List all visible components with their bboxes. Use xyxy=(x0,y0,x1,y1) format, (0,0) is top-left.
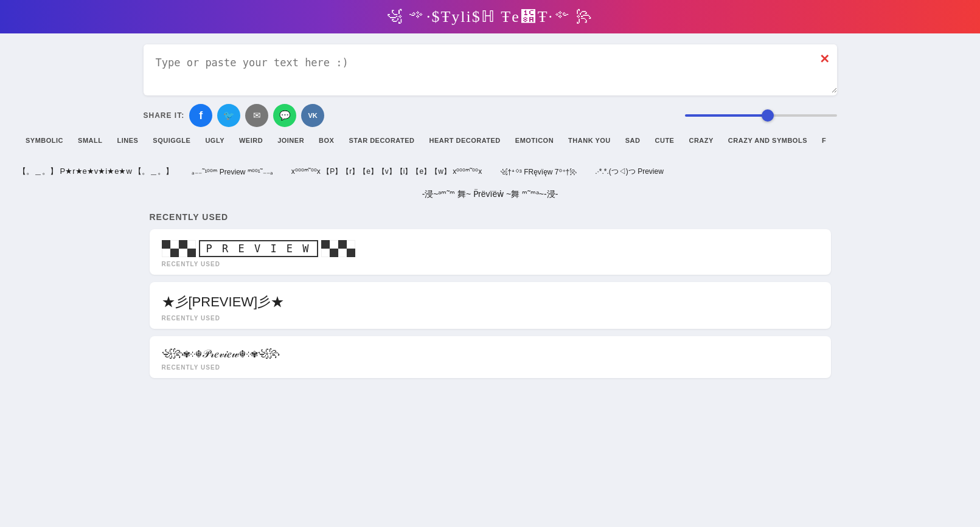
preview-item-4[interactable]: ꧁†⁺⁰³ FRęvïęw 7⁰⁺†꧂ xyxy=(500,167,577,176)
email-icon: ✉ xyxy=(253,110,261,121)
category-crazy-and-symbols[interactable]: CRAZY AND SYMBOLS xyxy=(721,133,815,148)
recently-used-card-1[interactable]: P R E V I E W RECENTLY USED xyxy=(150,229,831,275)
previews-row2: -浸~ᵃᵐ˜ᵐ 舞~ P̈rëvïëẇ ~舞 ᵐ˜ᵐᵃ~-浸- xyxy=(12,189,968,212)
share-label: SHARE IT: xyxy=(144,111,185,120)
share-section: SHARE IT: f 🐦 ✉ 💬 VK xyxy=(144,104,325,127)
facebook-icon: f xyxy=(199,109,203,122)
main-content: ✕ SHARE IT: f 🐦 ✉ 💬 VK SYMBOLIC xyxy=(0,33,980,398)
category-symbolic[interactable]: SYMBOLIC xyxy=(18,133,71,148)
category-small[interactable]: SMALL xyxy=(71,133,109,148)
clear-button[interactable]: ✕ xyxy=(819,52,830,66)
category-sad[interactable]: SAD xyxy=(618,133,648,148)
category-thank-you[interactable]: THANK YOU xyxy=(561,133,618,148)
preview-item-1[interactable]: 【。＿。】 P★r★e★v★i★e★w 【。＿。】 xyxy=(18,166,173,177)
category-star-decorated[interactable]: STAR DECORATED xyxy=(341,133,422,148)
card1-preview: P R E V I E W xyxy=(162,240,819,257)
category-more[interactable]: F xyxy=(815,133,833,148)
email-share-button[interactable]: ✉ xyxy=(245,104,268,127)
category-cute[interactable]: CUTE xyxy=(648,133,682,148)
category-heart-decorated[interactable]: HEART DECORATED xyxy=(422,133,508,148)
twitter-share-button[interactable]: 🐦 xyxy=(217,104,240,127)
checker-left xyxy=(162,240,196,257)
input-container: ✕ xyxy=(144,44,837,95)
recently-used-card-3[interactable]: ꧁꧂✾⊹☬𝒫𝓇𝑒𝓋𝒾𝑒𝓌☬⊹✾꧁꧂ RECENTLY USED xyxy=(150,336,831,378)
facebook-share-button[interactable]: f xyxy=(189,104,212,127)
preview-item-2[interactable]: ₐ₋₋˜¹⁰⁰ᵐ Preview ᵐ⁰⁰¹˜₋₋ₐ xyxy=(192,167,273,176)
slider-section xyxy=(685,114,837,117)
recently-used-section: RECENTLY USED P R E V I E W xyxy=(144,212,837,378)
category-crazy[interactable]: CRAZY xyxy=(681,133,720,148)
category-lines[interactable]: LINES xyxy=(109,133,145,148)
vk-share-button[interactable]: VK xyxy=(301,104,324,127)
card3-preview: ꧁꧂✾⊹☬𝒫𝓇𝑒𝓋𝒾𝑒𝓌☬⊹✾꧁꧂ xyxy=(162,347,819,360)
card3-label: RECENTLY USED xyxy=(162,364,819,371)
preview-item-3[interactable]: x⁰⁰⁰ᵐ˜⁰⁰x 【P】【r】【e】【v】【i】【e】【w】 x⁰⁰⁰ᵐ˜⁰⁰… xyxy=(291,167,482,177)
header: ꧁ ༺·$Ŧyli$ℍ ŦeᲊŦ·༻ ꧂ xyxy=(0,0,980,33)
twitter-icon: 🐦 xyxy=(223,110,235,121)
card1-word: P R E V I E W xyxy=(199,240,318,257)
checker-right xyxy=(321,240,355,257)
recently-used-title: RECENTLY USED xyxy=(150,212,831,222)
category-ugly[interactable]: UGLY xyxy=(198,133,232,148)
vk-icon: VK xyxy=(308,112,318,119)
category-weird[interactable]: WEIRD xyxy=(232,133,270,148)
font-size-slider[interactable] xyxy=(685,114,837,117)
category-nav: SYMBOLIC SMALL LINES SQUIGGLE UGLY WEIRD… xyxy=(12,133,968,148)
whatsapp-icon: 💬 xyxy=(279,110,291,121)
previews-row: 【。＿。】 P★r★e★v★i★e★w 【。＿。】 ₐ₋₋˜¹⁰⁰ᵐ Previ… xyxy=(12,160,968,189)
card1-label: RECENTLY USED xyxy=(162,261,819,267)
controls-row: SHARE IT: f 🐦 ✉ 💬 VK xyxy=(144,104,837,127)
preview-item-5[interactable]: .·*.*.(つ◁)つ Preview xyxy=(595,167,664,177)
site-title: ꧁ ༺·$Ŧyli$ℍ ŦeᲊŦ·༻ ꧂ xyxy=(387,7,593,26)
category-squiggle[interactable]: SQUIGGLE xyxy=(145,133,198,148)
preview-item-6[interactable]: -浸~ᵃᵐ˜ᵐ 舞~ P̈rëvïëẇ ~舞 ᵐ˜ᵐᵃ~-浸- xyxy=(422,189,558,200)
text-input[interactable] xyxy=(144,44,837,93)
category-box[interactable]: BOX xyxy=(311,133,341,148)
card2-label: RECENTLY USED xyxy=(162,315,819,322)
category-emoticon[interactable]: EMOTICON xyxy=(508,133,561,148)
recently-used-card-2[interactable]: ★彡[PREVIEW]彡★ RECENTLY USED xyxy=(150,282,831,329)
card2-preview: ★彡[PREVIEW]彡★ xyxy=(162,293,819,311)
whatsapp-share-button[interactable]: 💬 xyxy=(273,104,296,127)
category-joiner[interactable]: JOINER xyxy=(270,133,311,148)
